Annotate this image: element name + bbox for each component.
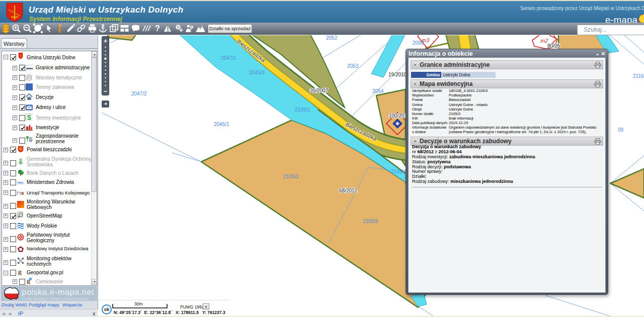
svg-text:2105/3: 2105/3 xyxy=(283,174,299,179)
svg-text:2053: 2053 xyxy=(347,63,359,69)
svg-text:19/2010: 19/2010 xyxy=(388,72,407,77)
svg-text:68/2012: 68/2012 xyxy=(339,188,358,193)
svg-text:09: 09 xyxy=(618,127,624,133)
svg-text:$: $ xyxy=(27,114,31,121)
svg-text:80/05: 80/05 xyxy=(547,43,560,49)
svg-text:100/201: 100/201 xyxy=(389,113,408,119)
svg-text:?: ? xyxy=(155,24,160,33)
svg-text:2052: 2052 xyxy=(326,35,338,41)
svg-text:2105/4: 2105/4 xyxy=(391,169,407,174)
svg-text:2054: 2054 xyxy=(372,88,384,94)
svg-text:2105/5: 2105/5 xyxy=(363,219,378,224)
svg-text:2045/3: 2045/3 xyxy=(249,70,265,75)
svg-text:2116: 2116 xyxy=(633,73,644,79)
svg-text:2105/1: 2105/1 xyxy=(295,107,310,113)
svg-text:2047/2: 2047/2 xyxy=(131,91,147,96)
svg-text:35/2007: 35/2007 xyxy=(310,88,329,93)
svg-text:2045/1: 2045/1 xyxy=(214,122,229,127)
svg-text:2047/1: 2047/1 xyxy=(221,55,236,61)
svg-text:g: g xyxy=(18,268,22,275)
svg-text:m2: m2 xyxy=(540,38,548,44)
svg-text:m3: m3 xyxy=(422,37,430,43)
